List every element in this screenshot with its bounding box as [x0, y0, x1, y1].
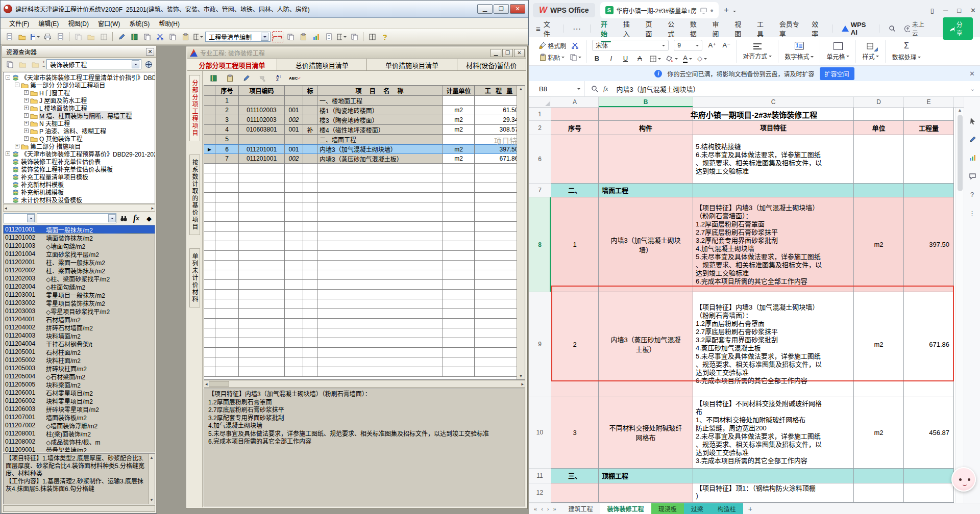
sheet-row-7[interactable]: 7 二、 墙面工程: [529, 184, 980, 198]
empty-row[interactable]: [204, 173, 525, 183]
cells-button[interactable]: 单元格: [820, 42, 855, 61]
empty-row[interactable]: [204, 309, 525, 319]
col-header-a[interactable]: A: [551, 97, 599, 107]
empty-row[interactable]: [204, 222, 525, 232]
search-type-combo[interactable]: [4, 213, 35, 223]
empty-row[interactable]: [204, 202, 525, 212]
paste-icon[interactable]: [180, 31, 191, 42]
list-item[interactable]: 011203001 零星项目一般抹灰/m2: [4, 291, 155, 299]
bill-row[interactable]: 2 011102003 001 楼1（陶瓷地砖楼面） m2 61.500: [204, 106, 525, 115]
expand-storage-button[interactable]: 扩容空间: [820, 67, 854, 80]
more-menu-icon[interactable]: ⋯: [573, 24, 581, 34]
sheet-row-8[interactable]: 8 1 内墙3（加气混凝土砌块 墙） 【项目特征】内墙3（加气混凝土砌块墙） （…: [529, 197, 980, 292]
tree-item[interactable]: + P 油漆、涂料、裱糊工程: [4, 127, 155, 135]
sheet-tab[interactable]: 装饰装修工程: [600, 503, 651, 514]
list-item[interactable]: 011203002 零星项目装饰抹灰/m2: [4, 299, 155, 307]
tree-expand-icon[interactable]: +: [24, 113, 29, 118]
empty-row[interactable]: [204, 193, 525, 202]
list-item[interactable]: 011202004 ◇柱面勾缝/m2: [4, 282, 155, 291]
empty-row[interactable]: [204, 348, 525, 357]
tree-item[interactable]: + 第二部分 措施项目: [4, 142, 155, 150]
tree-item[interactable]: + N 天棚工程: [4, 119, 155, 127]
wps-minimize-button[interactable]: ─: [943, 7, 948, 14]
highlight-button[interactable]: ◇: [697, 55, 707, 62]
col-header-e[interactable]: E: [904, 97, 954, 107]
format-painter-button[interactable]: 格式刷: [539, 41, 566, 50]
table-hscrollbar[interactable]: ◂▸: [204, 380, 525, 388]
menu-item[interactable]: 帮助(H): [154, 18, 184, 29]
list-item[interactable]: 011203003 ◇零星项目砂浆找平/m2: [4, 307, 155, 315]
tree-expand-icon[interactable]: +: [24, 121, 29, 125]
list-item[interactable]: 011204002 拼碎石材墙面/m2: [4, 323, 155, 331]
tree-item[interactable]: 装饰装修工程补充单位估价表模板: [4, 165, 155, 173]
select-region-icon[interactable]: ⌐¬: [272, 31, 283, 42]
tree-expand-icon[interactable]: +: [15, 144, 19, 148]
bill-row[interactable]: 4 010603801 001 补 楼4（磁性地坪漆楼面） m2 308.570: [204, 125, 525, 135]
list-item[interactable]: 011201003 ◇墙面勾缝/m2: [4, 242, 155, 250]
paste-button[interactable]: 粘贴: [539, 53, 565, 62]
row-header-10[interactable]: 10: [529, 397, 551, 469]
bill-row[interactable]: 6 011201001 001 内墙3（加气混凝土砌块墙） m2 397.500: [204, 144, 525, 154]
list-item[interactable]: 011205005 块料梁面/m2: [4, 380, 155, 389]
vertical-tab[interactable]: 单列未计价材料: [189, 248, 200, 307]
globe-icon[interactable]: [143, 59, 154, 70]
refresh-icon[interactable]: [4, 59, 15, 70]
list-item[interactable]: 011201001 墙面一般抹灰/m2: [4, 225, 155, 234]
table-vscrollbar[interactable]: ▲▼: [517, 86, 525, 379]
increase-font-button[interactable]: A⁺: [707, 41, 717, 49]
ribbon-tab[interactable]: 页面: [644, 17, 656, 40]
help-icon[interactable]: ?: [970, 191, 974, 198]
list-item[interactable]: 011204001 石材墙面/m2: [4, 315, 155, 323]
spellcheck-icon[interactable]: ABC✓: [289, 72, 301, 84]
tree-item[interactable]: 补充新机械模板: [4, 188, 155, 196]
library-combo[interactable]: 装饰装修工程: [46, 59, 141, 69]
edit-pen-icon[interactable]: [969, 136, 976, 143]
tree-item[interactable]: + H 门窗工程: [4, 89, 155, 96]
diamond-icon[interactable]: ◆: [143, 213, 155, 224]
vertical-tab[interactable]: 分部分项工程项目: [189, 75, 200, 141]
select-all-corner[interactable]: [529, 97, 551, 107]
ribbon-tab[interactable]: 效率: [811, 17, 823, 40]
bill-row[interactable]: 5 二、墙面工程: [204, 135, 525, 144]
list-item[interactable]: 011201004 立面砂浆找平层/m2: [4, 250, 155, 258]
folder-add-icon[interactable]: [30, 59, 41, 70]
sidebar-toggle-icon[interactable]: ▯: [930, 7, 934, 14]
sheet-tab[interactable]: 构造柱: [710, 503, 743, 514]
empty-row[interactable]: [204, 290, 525, 299]
decrease-font-button[interactable]: A⁻: [722, 41, 731, 49]
empty-row[interactable]: [204, 299, 525, 309]
alignment-button[interactable]: 对齐方式: [737, 42, 778, 60]
add-sheet-button[interactable]: +: [743, 503, 757, 514]
project-icon[interactable]: [72, 31, 84, 42]
window2-icon[interactable]: [366, 31, 378, 42]
sheet-tab[interactable]: 过梁: [684, 503, 710, 514]
bill-row[interactable]: 7 011201001 002 内墙3（蒸压砂加气混凝土板） m2 671.86…: [204, 154, 525, 164]
list-item[interactable]: 011207002 ◇墙面装饰浮雕/m2: [4, 421, 155, 429]
list-item[interactable]: 011207001 墙面装饰板/m2: [4, 413, 155, 421]
bill-tab[interactable]: 分部分项工程项目清单: [187, 59, 277, 70]
wps-home-button[interactable]: W WPS Office: [533, 3, 595, 17]
tree-expand-icon[interactable]: +: [6, 151, 10, 156]
tree-hscrollbar[interactable]: ◂▸: [3, 204, 155, 212]
font-size-combo[interactable]: 9: [674, 40, 702, 51]
empty-row[interactable]: [204, 241, 525, 251]
insert-row-icon[interactable]: [285, 31, 296, 42]
menu-item[interactable]: 系统(S): [125, 18, 154, 29]
font-color-button[interactable]: A: [683, 54, 692, 63]
empty-row[interactable]: [204, 232, 525, 241]
list-item[interactable]: 011208001 柱(梁)面装饰/m2: [4, 429, 155, 438]
row-header-7[interactable]: 7: [529, 184, 551, 198]
sheet-row-6[interactable]: 6 5.结构胶粘接缝 6.未尽事宜及具体做法要求，详参施工图纸 、规范要求、相关…: [529, 135, 980, 184]
list-item[interactable]: 011201002 墙面装饰抹灰/m2: [4, 234, 155, 242]
cut-icon[interactable]: [154, 31, 165, 42]
edit-icon[interactable]: [116, 31, 127, 42]
tree-item[interactable]: + M 墙、柱面装饰与隔断、幕墙工程: [4, 112, 155, 119]
search-input[interactable]: [37, 213, 116, 223]
edit-pencil-icon[interactable]: [240, 72, 252, 84]
bold-button[interactable]: B: [592, 55, 601, 62]
sort-az-icon[interactable]: A↓Z: [273, 72, 284, 84]
list-item[interactable]: 011202001 柱、梁面一般抹灰/m2: [4, 258, 155, 266]
empty-row[interactable]: [204, 164, 525, 173]
combo-dropdown-icon[interactable]: [261, 33, 268, 41]
bill-tab[interactable]: 单价措施项目清单: [367, 59, 457, 70]
